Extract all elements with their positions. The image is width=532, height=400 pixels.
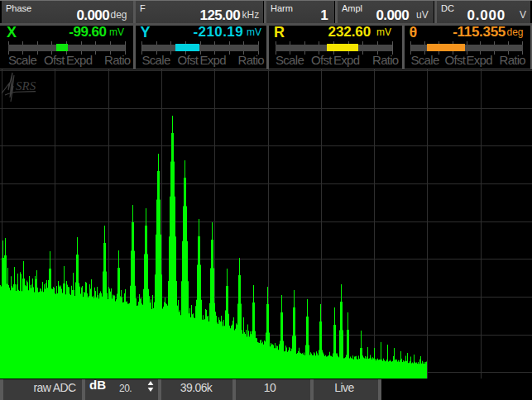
svg-text:SRS: SRS xyxy=(16,79,36,93)
